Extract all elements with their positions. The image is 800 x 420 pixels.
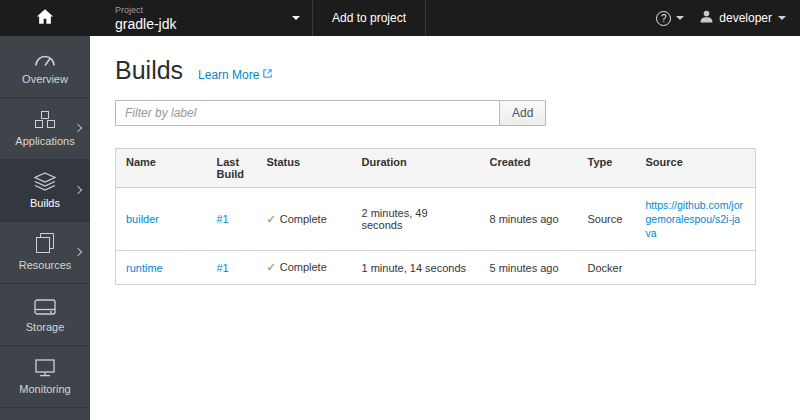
caret-down-icon — [778, 16, 786, 20]
sidebar-item-label: Overview — [22, 73, 68, 85]
sidebar-item-builds[interactable]: Builds — [0, 160, 90, 222]
col-header-duration: Duration — [352, 149, 480, 188]
build-config-link[interactable]: runtime — [126, 262, 163, 274]
created-text: 8 minutes ago — [490, 213, 559, 225]
learn-more-link[interactable]: Learn More — [198, 68, 273, 82]
table-row: runtime #1 ✓Complete 1 minute, 14 second… — [116, 251, 756, 285]
project-selector[interactable]: Project gradle-jdk — [90, 0, 312, 36]
duration-text: 2 minutes, 49 seconds — [362, 207, 428, 231]
add-to-project-label: Add to project — [332, 11, 406, 25]
col-header-created: Created — [480, 149, 578, 188]
user-name: developer — [719, 11, 772, 25]
sidebar-item-applications[interactable]: Applications — [0, 98, 90, 160]
source-url-link[interactable]: https://github.com/jorgemoralespou/s2i-j… — [646, 198, 746, 240]
build-config-link[interactable]: builder — [126, 213, 159, 225]
type-text: Source — [588, 213, 623, 225]
learn-more-label: Learn More — [198, 68, 259, 82]
sidebar-item-label: Resources — [19, 259, 72, 271]
monitoring-icon — [35, 358, 55, 377]
caret-down-icon — [676, 16, 684, 20]
user-menu[interactable]: developer — [700, 0, 786, 36]
duration-text: 1 minute, 14 seconds — [362, 262, 467, 274]
build-number-link[interactable]: #1 — [217, 262, 229, 274]
filter-by-label-input[interactable] — [115, 100, 500, 126]
col-header-source: Source — [636, 149, 756, 188]
add-to-project-button[interactable]: Add to project — [312, 0, 426, 36]
table-row: builder #1 ✓Complete 2 minutes, 49 secon… — [116, 188, 756, 251]
sidebar-item-overview[interactable]: Overview — [0, 36, 90, 98]
caret-down-icon — [292, 16, 300, 20]
col-header-name: Name — [116, 149, 207, 188]
build-number-link[interactable]: #1 — [217, 213, 229, 225]
builds-table: Name Last Build Status Duration Created … — [115, 148, 756, 285]
help-menu[interactable]: ? — [656, 0, 684, 36]
page-title: Builds — [115, 56, 183, 85]
type-text: Docker — [588, 262, 623, 274]
chevron-right-icon — [74, 185, 82, 193]
sidebar-item-storage[interactable]: Storage — [0, 284, 90, 346]
topbar-spacer — [426, 0, 656, 36]
table-header-row: Name Last Build Status Duration Created … — [116, 149, 756, 188]
question-circle-icon: ? — [656, 11, 671, 26]
main-content: Builds Learn More Add Name Last Build St… — [90, 36, 800, 420]
sidebar-item-label: Applications — [15, 135, 74, 147]
external-link-icon — [262, 68, 273, 82]
status-text: Complete — [280, 261, 327, 273]
col-header-status: Status — [257, 149, 352, 188]
user-icon — [700, 10, 713, 26]
chevron-right-icon — [74, 123, 82, 131]
dashboard-icon — [34, 48, 56, 67]
storage-icon — [34, 296, 56, 315]
check-icon: ✓ — [267, 213, 276, 226]
sidebar-item-label: Monitoring — [19, 383, 70, 395]
home-button[interactable] — [0, 0, 90, 36]
add-filter-button[interactable]: Add — [499, 100, 546, 126]
chevron-right-icon — [74, 247, 82, 255]
top-bar: Project gradle-jdk Add to project ? deve… — [0, 0, 800, 36]
sidebar-item-label: Builds — [30, 197, 60, 209]
check-icon: ✓ — [267, 261, 276, 274]
col-header-type: Type — [578, 149, 636, 188]
resources-icon — [35, 234, 55, 253]
created-text: 5 minutes ago — [490, 262, 559, 274]
col-header-last-build: Last Build — [207, 149, 257, 188]
cubes-icon — [34, 110, 56, 129]
project-label: Project — [115, 5, 312, 16]
sidebar-nav: Overview Applications Builds Resources S… — [0, 36, 90, 420]
home-icon — [36, 8, 54, 29]
builds-icon — [34, 172, 56, 191]
sidebar-item-monitoring[interactable]: Monitoring — [0, 346, 90, 408]
sidebar-item-label: Storage — [26, 321, 65, 333]
title-row: Builds Learn More — [115, 56, 775, 85]
sidebar-item-resources[interactable]: Resources — [0, 222, 90, 284]
project-name: gradle-jdk — [115, 16, 312, 32]
filter-row: Add — [115, 100, 775, 126]
status-text: Complete — [280, 213, 327, 225]
